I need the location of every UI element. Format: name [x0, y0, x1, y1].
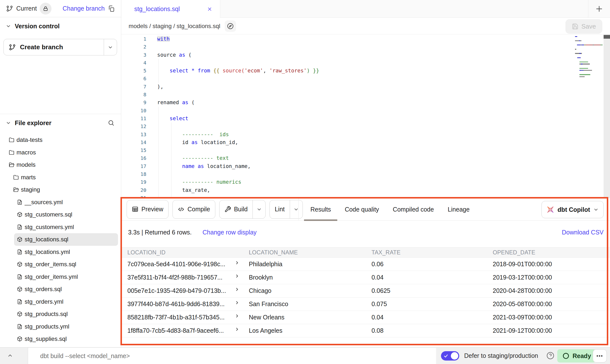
- build-button[interactable]: Build: [219, 200, 266, 219]
- code-line-9: 9renamed as (: [121, 99, 610, 106]
- lint-button[interactable]: Lint: [270, 200, 303, 219]
- help-icon[interactable]: [546, 352, 554, 360]
- table-icon: [132, 206, 138, 213]
- close-icon[interactable]: [207, 6, 213, 12]
- tree-item-stg-orders-sql[interactable]: stg_orders.sql: [0, 283, 121, 296]
- search-icon[interactable]: [108, 119, 115, 126]
- minimap-line: [575, 50, 603, 52]
- results-meta-row: 3.3s | Returned 6 rows. Change row displ…: [121, 221, 610, 247]
- minimap-line: [575, 78, 603, 80]
- create-branch-button[interactable]: Create branch: [3, 39, 117, 55]
- change-branch-link[interactable]: Change branch: [63, 5, 105, 12]
- copilot-icon: [546, 205, 555, 214]
- cell-location_id: 1f8ffa70-7cb5-4d83-8a7f-9aceef6...: [121, 324, 243, 337]
- chevron-right-icon[interactable]: [234, 313, 240, 319]
- minimap-line: [575, 67, 603, 69]
- cell-location_id: 3977f440-b87d-461b-9dd6-81839...: [121, 298, 243, 311]
- tree-item-stg-products-sql[interactable]: stg_products.sql: [0, 308, 121, 320]
- change-row-display-link[interactable]: Change row display: [203, 229, 257, 236]
- code-editor[interactable]: 1with23source as (45 select * from {{ so…: [121, 34, 610, 198]
- lock-icon: [43, 6, 49, 12]
- chevron-right-icon[interactable]: [234, 300, 240, 305]
- cell-location_name: Philadelphia: [243, 258, 365, 271]
- minimap-line: [575, 76, 603, 78]
- line-number: 6: [121, 75, 146, 83]
- chevron-down-icon: [5, 120, 11, 126]
- editor-scrollbar[interactable]: [604, 34, 610, 198]
- copy-icon[interactable]: [108, 5, 115, 12]
- cell-opened_date: 2021-09-12T00:00:00: [487, 324, 610, 337]
- dbt-copilot-button[interactable]: dbt Copilot: [542, 201, 604, 218]
- tree-item-stg-customers-sql[interactable]: stg_customers.sql: [0, 208, 121, 221]
- results-table-header: LOCATION_ID LOCATION_NAME TAX_RATE OPENE…: [121, 247, 610, 258]
- code-text: source as (: [157, 51, 191, 59]
- tree-item-staging[interactable]: staging: [0, 183, 121, 196]
- code-text: name as location_name,: [157, 162, 251, 170]
- create-branch-dropdown[interactable]: [104, 39, 117, 55]
- minimap-line: [575, 74, 603, 76]
- tree-item--sources-yml[interactable]: __sources.yml: [0, 196, 121, 209]
- chevron-down-icon: [593, 207, 599, 213]
- tree-item-data-tests[interactable]: data-tests: [0, 134, 121, 146]
- folder-icon: [13, 175, 19, 180]
- tree-item-macros[interactable]: macros: [0, 146, 121, 159]
- new-tab-button[interactable]: [588, 0, 610, 18]
- lint-dropdown[interactable]: [290, 200, 303, 218]
- chevron-up-icon[interactable]: [7, 352, 13, 359]
- cell-opened_date: 2020-05-08T00:00:00: [487, 298, 610, 311]
- line-number: 1: [121, 35, 146, 43]
- save-button[interactable]: Save: [565, 19, 602, 34]
- cell-opened_date: 2020-04-28T00:00:00: [487, 284, 610, 297]
- cell-tax_rate: 0.075: [365, 298, 487, 311]
- minimap-line: [575, 63, 603, 65]
- scrollbar-thumb[interactable]: [604, 35, 610, 39]
- doc-icon: [17, 199, 22, 205]
- file-explorer-header[interactable]: File explorer: [0, 114, 121, 132]
- chevron-down-icon: [107, 44, 113, 50]
- tree-item-stg-products-yml[interactable]: stg_products.yml: [0, 320, 121, 333]
- tree-item-stg-customers-yml[interactable]: stg_customers.yml: [0, 221, 121, 233]
- tree-item-stg-locations-yml[interactable]: stg_locations.yml: [0, 246, 121, 258]
- code-line-14: 14 id as location_id,: [121, 138, 610, 146]
- chevron-right-icon[interactable]: [234, 260, 240, 265]
- more-options-button[interactable]: •••: [593, 349, 607, 363]
- chevron-right-icon[interactable]: [234, 327, 240, 332]
- minimap-line: [575, 61, 603, 63]
- chevron-right-icon[interactable]: [234, 287, 240, 292]
- tree-item-stg-supplies-sql[interactable]: stg_supplies.sql: [0, 333, 121, 345]
- tree-item-stg-order-items-yml[interactable]: stg_order_items.yml: [0, 271, 121, 283]
- cell-opened_date: 2019-03-12T00:00:00: [487, 271, 610, 284]
- tree-item-stg-order-items-sql[interactable]: stg_order_items.sql: [0, 258, 121, 271]
- doc-icon: [17, 249, 22, 255]
- preview-button[interactable]: Preview: [127, 200, 169, 219]
- download-csv-link[interactable]: Download CSV: [562, 229, 604, 236]
- wrench-icon: [224, 206, 231, 213]
- defer-toggle[interactable]: [441, 351, 459, 361]
- defer-label: Defer to staging/production: [464, 352, 538, 359]
- cube-icon: [17, 237, 22, 242]
- command-input[interactable]: dbt build --select <model_name>: [28, 348, 436, 364]
- build-dropdown[interactable]: [253, 200, 265, 218]
- tree-item-models[interactable]: models: [0, 159, 121, 171]
- line-number: 8: [121, 91, 146, 99]
- chevron-right-icon[interactable]: [234, 273, 240, 279]
- tab-lineage[interactable]: Lineage: [448, 198, 470, 221]
- lineage-compass-icon[interactable]: [225, 20, 236, 32]
- file-name: stg_orders.yml: [25, 298, 63, 305]
- code-text: select * from {{ source('ecom', 'raw_sto…: [157, 67, 319, 75]
- tab-results[interactable]: Results: [310, 198, 331, 221]
- tree-item-stg-locations-sql[interactable]: stg_locations.sql: [14, 233, 118, 246]
- table-row: 37e5f311-b7f4-4f2f-988b-719657...Brookly…: [121, 271, 610, 284]
- line-number: 21: [121, 194, 146, 198]
- tab-stg-locations-sql[interactable]: stg_locations.sql: [121, 0, 220, 18]
- tab-code-quality[interactable]: Code quality: [345, 198, 379, 221]
- file-name: stg_locations.sql: [25, 236, 68, 243]
- tree-item-stg-orders-yml[interactable]: stg_orders.yml: [0, 296, 121, 308]
- panel-tabs: Results Code quality Compiled code Linea…: [310, 198, 470, 221]
- minimap[interactable]: [575, 35, 603, 80]
- column-header: LOCATION_ID: [121, 248, 243, 257]
- version-control-header[interactable]: Version control: [0, 17, 121, 35]
- tab-compiled-code[interactable]: Compiled code: [393, 198, 434, 221]
- tree-item-marts[interactable]: marts: [0, 171, 121, 184]
- compile-button[interactable]: Compile: [172, 200, 215, 219]
